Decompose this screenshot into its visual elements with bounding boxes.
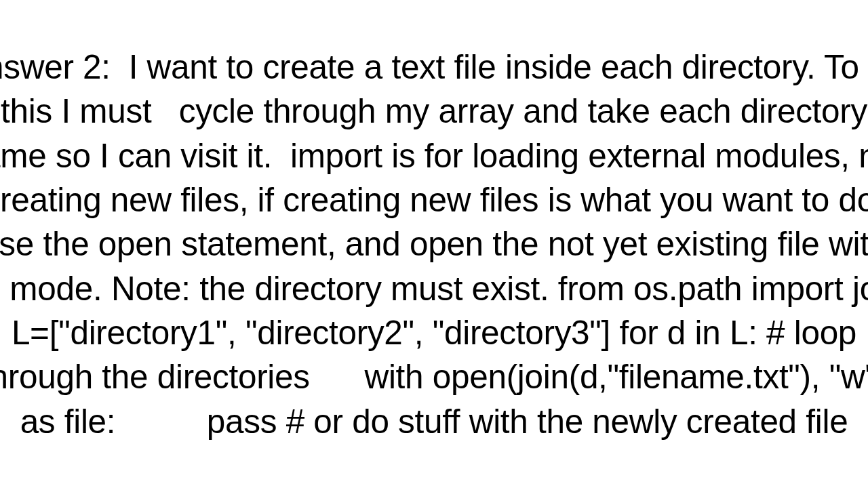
answer-text: Answer 2: I want to create a text file i… <box>0 45 868 443</box>
answer-container: Answer 2: I want to create a text file i… <box>0 0 868 488</box>
